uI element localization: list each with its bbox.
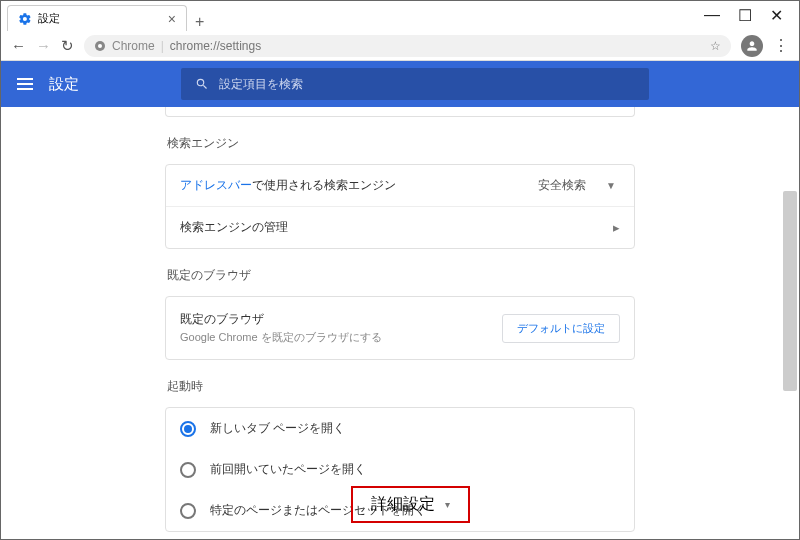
- url-input[interactable]: Chrome | chrome://settings ☆: [84, 35, 731, 57]
- settings-content: 検索エンジン アドレスバーで使用される検索エンジン 安全検索 ▼ 検索エンジンの…: [1, 107, 799, 539]
- address-bar: ← → ↻ Chrome | chrome://settings ☆ ⋮: [1, 31, 799, 61]
- default-browser-card: 既定のブラウザ Google Chrome を既定のブラウザにする デフォルトに…: [165, 296, 635, 360]
- window-titlebar: 設定 × + — ☐ ✕: [1, 1, 799, 31]
- startup-option-newtab[interactable]: 新しいタブ ページを開く: [166, 408, 634, 449]
- page-title: 設定: [49, 75, 79, 94]
- radio-unchecked-icon: [180, 503, 196, 519]
- tab-title: 設定: [38, 11, 60, 26]
- section-heading-default-browser: 既定のブラウザ: [167, 267, 635, 284]
- search-engine-card: アドレスバーで使用される検索エンジン 安全検索 ▼ 検索エンジンの管理 ▸: [165, 164, 635, 249]
- default-browser-title: 既定のブラウザ: [180, 311, 382, 328]
- reload-button[interactable]: ↻: [61, 37, 74, 55]
- chevron-right-icon: ▸: [613, 220, 620, 235]
- startup-option-continue[interactable]: 前回開いていたページを開く: [166, 449, 634, 490]
- close-window-button[interactable]: ✕: [770, 6, 783, 25]
- address-bar-engine-row[interactable]: アドレスバーで使用される検索エンジン 安全検索 ▼: [166, 165, 634, 206]
- search-icon: [195, 77, 209, 91]
- settings-search[interactable]: [181, 68, 649, 100]
- advanced-settings-button[interactable]: 詳細設定 ▾: [351, 486, 470, 523]
- default-browser-subtitle: Google Chrome を既定のブラウザにする: [180, 330, 382, 345]
- chevron-down-icon: ▼: [606, 180, 616, 191]
- gear-icon: [18, 12, 32, 26]
- radio-unchecked-icon: [180, 462, 196, 478]
- hamburger-menu-icon[interactable]: [17, 78, 33, 90]
- person-icon: [745, 39, 759, 53]
- radio-checked-icon: [180, 421, 196, 437]
- chevron-down-icon: ▾: [445, 499, 450, 510]
- bookmark-star-icon[interactable]: ☆: [710, 39, 721, 53]
- scrollbar-thumb[interactable]: [783, 191, 797, 391]
- close-tab-icon[interactable]: ×: [168, 11, 176, 27]
- maximize-button[interactable]: ☐: [738, 6, 752, 25]
- url-path: chrome://settings: [170, 39, 261, 53]
- section-heading-startup: 起動時: [167, 378, 635, 395]
- settings-header: 設定: [1, 61, 799, 107]
- profile-avatar[interactable]: [741, 35, 763, 57]
- manage-engines-row[interactable]: 検索エンジンの管理 ▸: [166, 206, 634, 248]
- forward-button[interactable]: →: [36, 37, 51, 54]
- url-origin: Chrome: [112, 39, 155, 53]
- chrome-logo-icon: [94, 40, 106, 52]
- new-tab-button[interactable]: +: [187, 13, 212, 31]
- addressbar-link[interactable]: アドレスバー: [180, 178, 252, 192]
- partial-card-top: [165, 107, 635, 117]
- svg-point-1: [98, 44, 102, 48]
- back-button[interactable]: ←: [11, 37, 26, 54]
- settings-search-input[interactable]: [219, 77, 635, 91]
- minimize-button[interactable]: —: [704, 6, 720, 25]
- section-heading-search-engine: 検索エンジン: [167, 135, 635, 152]
- engine-select[interactable]: 安全検索 ▼: [538, 177, 620, 194]
- set-default-button[interactable]: デフォルトに設定: [502, 314, 620, 343]
- browser-tab[interactable]: 設定 ×: [7, 5, 187, 31]
- menu-button[interactable]: ⋮: [773, 36, 789, 55]
